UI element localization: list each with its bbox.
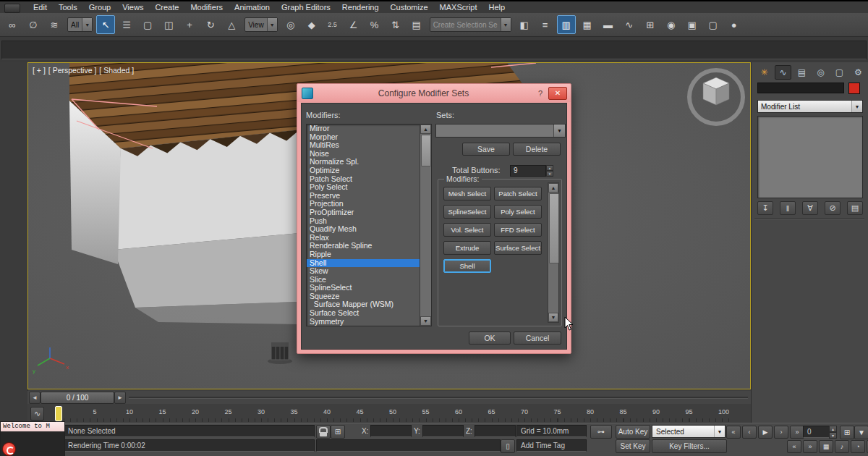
go-to-start-button[interactable]: «: [726, 426, 741, 439]
x-coordinate-field[interactable]: [370, 425, 412, 437]
rendered-frame-window-icon[interactable]: ▢: [704, 15, 723, 34]
toggle-layer-explorer-icon[interactable]: ▦: [578, 15, 597, 34]
modifier-list-item[interactable]: Optimize: [307, 166, 420, 175]
scrollbar-thumb[interactable]: [549, 193, 559, 263]
object-color-swatch[interactable]: [848, 83, 860, 94]
previous-frame-button[interactable]: ‹: [742, 426, 757, 439]
modifier-list-item[interactable]: Skew: [307, 267, 420, 276]
auto-key-button[interactable]: Auto Key: [616, 425, 650, 439]
spinner-up-icon[interactable]: ▴: [829, 426, 837, 432]
modifier-stack-list[interactable]: [757, 116, 863, 198]
set-button-surface-select[interactable]: Surface Select: [494, 241, 542, 255]
snaps-toggle-icon[interactable]: 2.5: [323, 15, 342, 34]
key-filters-button[interactable]: Key Filters...: [652, 439, 727, 453]
current-frame-field[interactable]: 0: [803, 426, 833, 438]
menu-tools[interactable]: Tools: [53, 1, 83, 13]
modifier-list-item[interactable]: Quadify Mesh: [307, 225, 420, 234]
spinner-up-icon[interactable]: ▴: [546, 165, 553, 171]
select-and-link-icon[interactable]: ∞: [3, 15, 22, 34]
menu-graph-editors[interactable]: Graph Editors: [276, 1, 336, 13]
schematic-view-icon[interactable]: ⊞: [641, 15, 660, 34]
select-and-manipulate-icon[interactable]: ◆: [302, 15, 321, 34]
sound-options-button[interactable]: ♪: [835, 440, 849, 453]
modifier-list-dropdown[interactable]: Modifier List ▼: [757, 100, 863, 113]
named-selection-sets-dropdown[interactable]: Create Selection Se▼: [430, 17, 511, 32]
time-tag-icon-button[interactable]: ▯: [501, 439, 515, 453]
scroll-up-icon[interactable]: ▲: [548, 183, 558, 193]
y-coordinate-field[interactable]: [422, 425, 464, 437]
add-time-tag-field[interactable]: Add Time Tag: [516, 439, 587, 452]
dialog-help-button[interactable]: ?: [534, 88, 547, 99]
make-unique-icon[interactable]: ∀: [802, 201, 818, 215]
set-button-mesh-select[interactable]: Mesh Select: [443, 187, 491, 200]
total-buttons-field[interactable]: 9: [510, 165, 546, 177]
spinner-snap-toggle-icon[interactable]: ⇅: [386, 15, 405, 34]
render-production-icon[interactable]: ●: [725, 15, 744, 34]
time-slider-next-icon[interactable]: ►: [114, 392, 126, 404]
previous-key-button[interactable]: «: [787, 440, 801, 453]
sets-dropdown[interactable]: ▼: [435, 124, 566, 138]
curve-editor-icon[interactable]: ∿: [620, 15, 639, 34]
rectangular-selection-region-icon[interactable]: ▢: [138, 15, 157, 34]
z-coordinate-field[interactable]: [475, 425, 516, 437]
app-icon[interactable]: [4, 4, 20, 13]
isolate-selection-toggle[interactable]: ⊶: [590, 425, 612, 439]
total-buttons-spinner[interactable]: ▴ ▾: [546, 165, 553, 177]
time-slider-previous-icon[interactable]: ◄: [29, 392, 41, 404]
menu-edit[interactable]: Edit: [27, 1, 53, 13]
select-and-scale-icon[interactable]: △: [222, 15, 241, 34]
motion-tab-icon[interactable]: ◎: [812, 65, 829, 80]
save-button[interactable]: Save: [462, 143, 510, 156]
selection-filter-dropdown[interactable]: All▼: [67, 17, 93, 32]
mini-curve-editor-icon[interactable]: ∿: [30, 407, 44, 421]
key-mode-toggle-button[interactable]: ▦: [819, 440, 833, 453]
viewport-menu-shading[interactable]: [ Shaded ]: [99, 66, 134, 75]
delete-button[interactable]: Delete: [513, 143, 561, 156]
set-button-vol-select[interactable]: Vol. Select: [443, 223, 491, 237]
angle-snap-toggle-icon[interactable]: ∠: [344, 15, 363, 34]
edit-named-selection-sets-icon[interactable]: ▤: [407, 15, 426, 34]
time-slider-track[interactable]: [129, 397, 748, 399]
scroll-up-icon[interactable]: ▲: [420, 124, 431, 134]
track-bar[interactable]: ∿ 51015202530354045505560657075808590951…: [27, 404, 751, 423]
modifier-list-item[interactable]: Surface Select: [307, 309, 420, 318]
menu-maxscript[interactable]: MAXScript: [434, 1, 483, 13]
play-button[interactable]: ▶: [758, 426, 773, 439]
welcome-window-title[interactable]: Welcome to M: [1, 422, 64, 431]
configure-modifier-sets-icon[interactable]: ▤: [847, 201, 863, 215]
scene-object[interactable]: [268, 342, 292, 364]
next-key-button[interactable]: »: [803, 440, 817, 453]
select-by-name-icon[interactable]: ☰: [117, 15, 136, 34]
ok-button[interactable]: OK: [469, 332, 511, 345]
scrollbar-thumb[interactable]: [421, 135, 431, 166]
bind-to-space-warp-icon[interactable]: ≋: [45, 15, 64, 34]
selection-lock-toggle[interactable]: [316, 425, 331, 439]
toggle-ribbon-icon[interactable]: ▬: [599, 15, 618, 34]
go-to-end-button[interactable]: »: [790, 426, 804, 439]
object-name-field[interactable]: [757, 83, 844, 93]
set-button-splineselect[interactable]: SplineSelect: [443, 205, 491, 219]
menu-create[interactable]: Create: [149, 1, 184, 13]
modify-tab-icon[interactable]: ∿: [775, 65, 791, 80]
create-tab-icon[interactable]: ✳: [756, 65, 773, 80]
set-button-patch-select[interactable]: Patch Select: [494, 187, 542, 200]
welcome-window[interactable]: Welcome to M: [0, 421, 65, 456]
align-icon[interactable]: ≡: [536, 15, 555, 34]
display-tab-icon[interactable]: ▢: [831, 65, 848, 80]
percent-snap-toggle-icon[interactable]: %: [365, 15, 384, 34]
cancel-button[interactable]: Cancel: [514, 332, 561, 345]
select-and-move-icon[interactable]: +: [180, 15, 199, 34]
dialog-close-button[interactable]: ✕: [548, 87, 567, 100]
key-tangent-button[interactable]: ⊞: [840, 426, 854, 439]
menu-views[interactable]: Views: [116, 1, 149, 13]
menu-rendering[interactable]: Rendering: [336, 1, 385, 13]
time-slider-handle[interactable]: 0 / 100: [41, 392, 114, 404]
unlink-selection-icon[interactable]: ∅: [24, 15, 43, 34]
spinner-down-icon[interactable]: ▾: [829, 432, 837, 439]
set-button-extrude[interactable]: Extrude: [443, 241, 491, 255]
modifiers-list-scrollbar[interactable]: ▲ ▼: [420, 124, 431, 326]
viewport-menu-general[interactable]: [ + ]: [33, 66, 46, 75]
absolute-offset-toggle[interactable]: ⊞: [331, 425, 345, 439]
modifier-list-item[interactable]: Ripple: [307, 250, 420, 259]
menu-modifiers[interactable]: Modifiers: [184, 1, 229, 13]
